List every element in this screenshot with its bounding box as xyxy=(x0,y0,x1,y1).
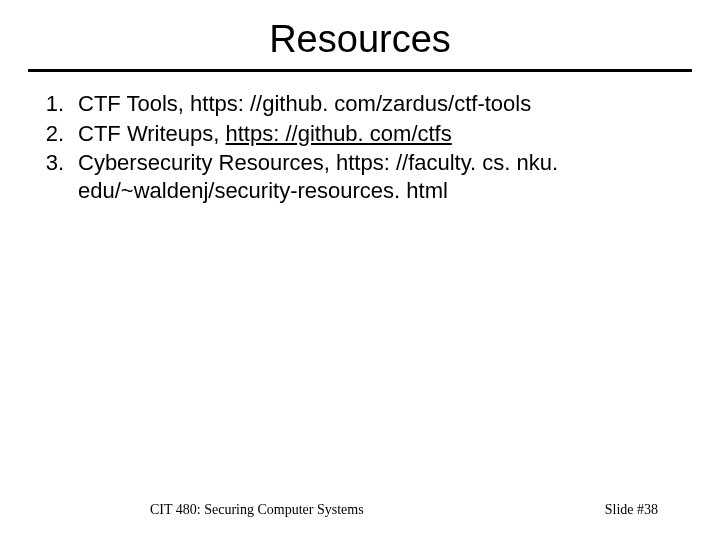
footer-course: CIT 480: Securing Computer Systems xyxy=(150,502,364,518)
list-item: 3. Cybersecurity Resources, https: //fac… xyxy=(44,149,676,204)
title-area: Resources xyxy=(0,0,720,69)
list-body: CTF Writeups, https: //github. com/ctfs xyxy=(78,120,676,148)
title-divider xyxy=(28,69,692,72)
list-number: 2. xyxy=(44,120,78,148)
list-body: Cybersecurity Resources, https: //facult… xyxy=(78,149,676,204)
page-title: Resources xyxy=(0,18,720,61)
list-body: CTF Tools, https: //github. com/zardus/c… xyxy=(78,90,676,118)
list-number: 3. xyxy=(44,149,78,204)
item-url: https: //github. com/zardus/ctf-tools xyxy=(190,91,531,116)
content-area: 1. CTF Tools, https: //github. com/zardu… xyxy=(0,90,720,204)
item-url-link[interactable]: https: //github. com/ctfs xyxy=(226,121,452,146)
resource-list: 1. CTF Tools, https: //github. com/zardu… xyxy=(44,90,676,204)
list-item: 2. CTF Writeups, https: //github. com/ct… xyxy=(44,120,676,148)
footer: CIT 480: Securing Computer Systems Slide… xyxy=(0,502,720,518)
item-label: Cybersecurity Resources, xyxy=(78,150,336,175)
item-label: CTF Tools, xyxy=(78,91,190,116)
footer-slide-number: Slide #38 xyxy=(605,502,658,518)
item-label: CTF Writeups, xyxy=(78,121,226,146)
list-item: 1. CTF Tools, https: //github. com/zardu… xyxy=(44,90,676,118)
list-number: 1. xyxy=(44,90,78,118)
